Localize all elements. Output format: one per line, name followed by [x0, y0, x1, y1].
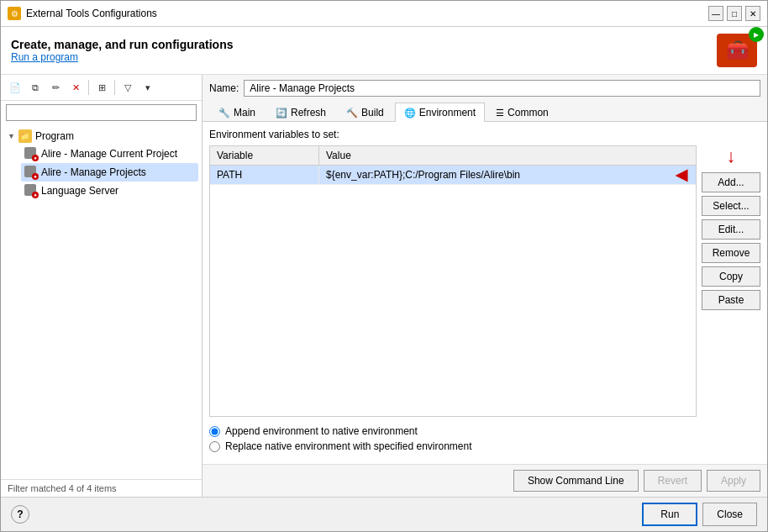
search-input[interactable] [6, 104, 197, 121]
env-row[interactable]: PATH ${env_var:PATH};C:/Program Files/Al… [210, 166, 696, 185]
window-title: External Tools Configurations [26, 8, 157, 19]
tree-group-header[interactable]: ▼ 📁 Program [4, 128, 198, 145]
item-icon-3: ● [24, 184, 38, 198]
tab-refresh[interactable]: 🔄 Refresh [266, 103, 335, 122]
tab-common-label: Common [508, 107, 549, 119]
common-tab-icon: ☰ [496, 108, 504, 119]
tree-group-label: Program [35, 130, 74, 142]
main-content: 📄 ⧉ ✏ ✕ ⊞ ▽ ▾ ▼ 📁 [1, 75, 767, 497]
filter-button[interactable]: ▽ [118, 78, 137, 97]
edit-env-button[interactable]: Edit... [702, 219, 760, 240]
env-table-body: PATH ${env_var:PATH};C:/Program Files/Al… [210, 166, 696, 416]
title-bar-left: ⚙ External Tools Configurations [8, 7, 157, 20]
paste-env-button[interactable]: Paste [702, 290, 760, 310]
left-panel: 📄 ⧉ ✏ ✕ ⊞ ▽ ▾ ▼ 📁 [1, 75, 203, 497]
filter-status: Filter matched 4 of 4 items [1, 479, 202, 497]
tree-group-program: ▼ 📁 Program ● [4, 128, 198, 200]
right-panel: Name: 🔧 Main 🔄 Refresh 🔨 Build 🌐 [203, 75, 767, 497]
title-controls: — □ ✕ [708, 6, 760, 21]
tab-refresh-label: Refresh [291, 107, 326, 119]
tab-content-environment: Environment variables to set: Variable V… [203, 122, 767, 464]
env-cell-variable: PATH [210, 166, 319, 184]
select-env-button[interactable]: Select... [702, 196, 760, 216]
footer-left: ? [11, 505, 29, 524]
duplicate-config-button[interactable]: ⊞ [92, 78, 111, 97]
env-side-buttons: ↓ Add... Select... Edit... Remove Copy P… [702, 145, 760, 417]
name-row: Name: [203, 75, 767, 102]
name-label: Name: [209, 82, 239, 94]
tab-environment[interactable]: 🌐 Environment [395, 103, 485, 122]
minimize-button[interactable]: — [708, 6, 723, 21]
tab-environment-label: Environment [419, 107, 476, 119]
close-window-button[interactable]: ✕ [745, 6, 760, 21]
tab-common[interactable]: ☰ Common [487, 103, 558, 122]
bottom-bar: Show Command Line Revert Apply [203, 464, 767, 497]
tree-item-selected[interactable]: ● Alire - Manage Projects [21, 163, 198, 182]
close-dialog-button[interactable]: Close [702, 503, 757, 526]
append-radio[interactable] [209, 426, 220, 437]
remove-env-button[interactable]: Remove [702, 243, 760, 263]
header-subtitle[interactable]: Run a program [11, 51, 234, 63]
toolbar: 📄 ⧉ ✏ ✕ ⊞ ▽ ▾ [1, 75, 202, 101]
toolbar-separator-2 [114, 80, 115, 95]
program-group-icon: 📁 [18, 129, 32, 143]
edit-config-button[interactable]: ✏ [46, 78, 65, 97]
copy-config-button[interactable]: ⧉ [26, 78, 45, 97]
tab-main[interactable]: 🔧 Main [209, 103, 265, 122]
header-title: Create, manage, and run configurations [11, 38, 234, 51]
environment-tab-icon: 🌐 [404, 108, 416, 119]
copy-env-button[interactable]: Copy [702, 266, 760, 287]
env-table-area: Variable Value PATH ${env_var:PATH};C:/P… [209, 145, 760, 417]
env-table-header: Variable Value [210, 146, 696, 166]
apply-button[interactable]: Apply [707, 470, 760, 492]
maximize-button[interactable]: □ [727, 6, 742, 21]
tree-item-label-selected: Alire - Manage Projects [41, 166, 146, 178]
col-variable-header: Variable [210, 146, 319, 165]
tab-build[interactable]: 🔨 Build [337, 103, 393, 122]
tree-item[interactable]: ● Alire - Manage Current Project [21, 145, 198, 163]
radio-row-2: Replace native environment with specifie… [209, 439, 760, 454]
env-section-label: Environment variables to set: [209, 129, 760, 140]
item-icon-2: ● [24, 166, 38, 179]
help-button[interactable]: ? [11, 505, 29, 524]
show-command-line-button[interactable]: Show Command Line [513, 470, 639, 492]
refresh-tab-icon: 🔄 [276, 108, 287, 119]
item-overlay-icon-2: ● [32, 173, 39, 180]
item-icon-1: ● [24, 147, 38, 161]
run-button[interactable]: Run [642, 503, 697, 526]
delete-config-button[interactable]: ✕ [66, 78, 85, 97]
env-table-container: Variable Value PATH ${env_var:PATH};C:/P… [209, 145, 697, 417]
add-arrow-indicator: ↓ [702, 145, 760, 167]
main-tab-icon: 🔧 [218, 108, 230, 119]
col-value-header: Value [319, 146, 696, 165]
main-window: ⚙ External Tools Configurations — □ ✕ Cr… [0, 0, 768, 532]
tree-items: ● Alire - Manage Current Project ● [4, 145, 198, 200]
add-env-button[interactable]: Add... [702, 172, 760, 192]
tree-chevron-icon: ▼ [8, 132, 15, 140]
append-label[interactable]: Append environment to native environment [225, 425, 418, 437]
revert-button[interactable]: Revert [644, 470, 702, 492]
header-left: Create, manage, and run configurations R… [11, 38, 234, 63]
item-overlay-icon-3: ● [32, 192, 39, 198]
build-tab-icon: 🔨 [346, 108, 358, 119]
tree-area: ▼ 📁 Program ● [1, 124, 202, 479]
radio-group: Append environment to native environment… [209, 417, 760, 457]
play-overlay-icon: ▶ [749, 27, 764, 42]
new-config-button[interactable]: 📄 [6, 78, 24, 97]
filter-dropdown-button[interactable]: ▾ [139, 78, 157, 97]
header-icon: ▶ 🧰 [717, 34, 757, 67]
tree-item-label-3: Language Server [41, 185, 118, 197]
replace-radio[interactable] [209, 441, 220, 452]
toolbar-separator [88, 80, 89, 95]
item-overlay-icon: ● [32, 155, 39, 161]
replace-label[interactable]: Replace native environment with specifie… [225, 440, 472, 452]
tab-build-label: Build [361, 107, 384, 119]
env-cell-value: ${env_var:PATH};C:/Program Files/Alire\b… [319, 166, 696, 184]
tree-item-3[interactable]: ● Language Server [21, 182, 198, 200]
window-icon: ⚙ [8, 7, 21, 20]
name-input[interactable] [244, 80, 760, 97]
footer-right: Run Close [642, 503, 757, 526]
title-bar: ⚙ External Tools Configurations — □ ✕ [1, 1, 767, 27]
header-area: Create, manage, and run configurations R… [1, 27, 767, 75]
dialog-footer: ? Run Close [1, 497, 767, 531]
